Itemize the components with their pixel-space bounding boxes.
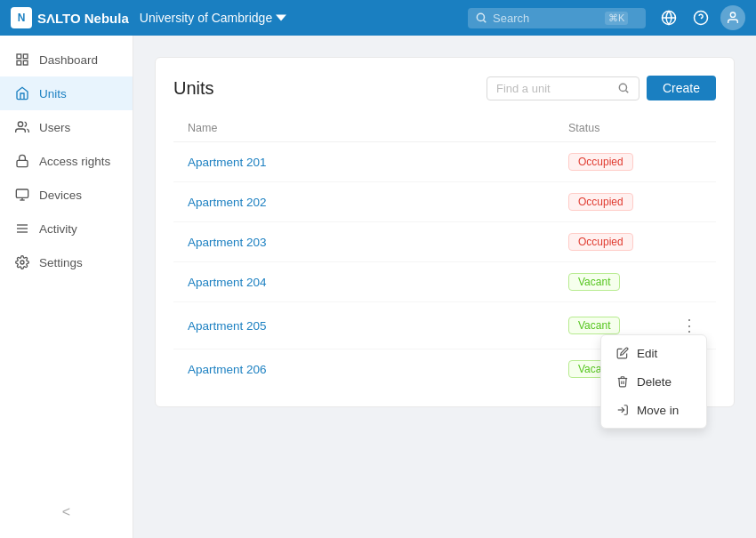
- sidebar-label-users: Users: [39, 121, 70, 134]
- unit-name-link[interactable]: Apartment 202: [188, 196, 568, 209]
- sidebar-label-activity: Activity: [39, 222, 77, 236]
- sidebar-label-dashboard: Dashboard: [39, 53, 98, 67]
- sidebar-collapse-button[interactable]: <: [62, 504, 70, 520]
- units-icon: [14, 85, 30, 101]
- page-title: Units: [173, 78, 214, 99]
- unit-name-link[interactable]: Apartment 205: [188, 319, 568, 333]
- create-button[interactable]: Create: [647, 76, 716, 100]
- status-badge: Occupied: [568, 233, 633, 251]
- sidebar-label-settings: Settings: [39, 256, 83, 269]
- main-content: Units Create Name Status A: [133, 36, 756, 538]
- edit-label: Edit: [637, 347, 657, 360]
- move-in-label: Move in: [637, 404, 679, 417]
- find-unit-input[interactable]: [496, 82, 612, 95]
- svg-rect-13: [16, 189, 28, 197]
- col-status-label: Status: [568, 122, 675, 134]
- svg-rect-10: [23, 60, 28, 65]
- status-badge: Vacant: [568, 317, 620, 334]
- unit-name-link[interactable]: Apartment 201: [188, 156, 568, 169]
- context-menu-delete[interactable]: Delete: [601, 367, 706, 396]
- svg-point-11: [18, 122, 22, 126]
- access-rights-icon: [14, 153, 30, 169]
- chevron-down-icon: [276, 12, 286, 23]
- sidebar-item-access-rights[interactable]: Access rights: [0, 144, 133, 178]
- sidebar-item-dashboard[interactable]: Dashboard: [0, 43, 133, 76]
- delete-label: Delete: [637, 375, 672, 389]
- topnav-icons: [656, 5, 745, 30]
- svg-rect-7: [17, 54, 21, 59]
- table-row: Apartment 205 Vacant ⋮: [173, 302, 716, 349]
- units-card: Units Create Name Status A: [155, 57, 735, 407]
- sidebar-label-units: Units: [39, 87, 67, 100]
- org-selector[interactable]: University of Cambridge: [140, 11, 286, 25]
- svg-line-21: [626, 91, 629, 93]
- table-row: Apartment 202 Occupied: [173, 182, 716, 222]
- unit-name-link[interactable]: Apartment 203: [188, 236, 568, 249]
- card-actions: Create: [487, 76, 716, 100]
- sidebar-item-users[interactable]: Users: [0, 110, 133, 144]
- search-input[interactable]: [493, 12, 599, 25]
- table-row: Apartment 204 Vacant: [173, 262, 716, 302]
- page-layout: Dashboard Units Users: [0, 0, 756, 538]
- svg-line-1: [484, 20, 487, 23]
- card-header: Units Create: [173, 76, 716, 100]
- globe-icon[interactable]: [656, 5, 681, 30]
- context-menu: Edit Delete: [600, 334, 707, 429]
- svg-rect-8: [23, 54, 28, 59]
- app-logo: N SΛLTO Nebula: [11, 7, 129, 28]
- context-menu-move-in[interactable]: Move in: [601, 396, 706, 424]
- table-row: Apartment 201 Occupied: [173, 142, 716, 182]
- svg-point-0: [477, 13, 484, 20]
- col-name-label: Name: [188, 122, 568, 134]
- unit-name-link[interactable]: Apartment 206: [188, 363, 568, 376]
- org-name: University of Cambridge: [140, 11, 272, 25]
- settings-icon: [14, 254, 30, 270]
- table-header: Name Status: [173, 115, 716, 142]
- find-unit-search[interactable]: [487, 76, 639, 100]
- status-badge: Vacant: [568, 273, 620, 291]
- sidebar: Dashboard Units Users: [0, 36, 133, 538]
- move-in-icon: [615, 403, 630, 417]
- sidebar-collapse: <: [0, 504, 133, 520]
- sidebar-item-devices[interactable]: Devices: [0, 178, 133, 212]
- dashboard-icon: [14, 52, 30, 68]
- sidebar-label-access-rights: Access rights: [39, 155, 110, 168]
- context-menu-edit[interactable]: Edit: [601, 339, 706, 367]
- sidebar-item-activity[interactable]: Activity: [0, 212, 133, 245]
- devices-icon: [14, 187, 30, 203]
- table-row: Apartment 203 Occupied: [173, 222, 716, 262]
- svg-rect-12: [17, 160, 28, 166]
- top-navigation: N SΛLTO Nebula University of Cambridge ⌘…: [0, 0, 756, 36]
- svg-point-6: [730, 12, 735, 17]
- search-shortcut: ⌘K: [605, 12, 628, 25]
- users-icon: [14, 119, 30, 135]
- activity-icon: [14, 221, 30, 237]
- user-avatar[interactable]: [720, 5, 745, 30]
- sidebar-item-settings[interactable]: Settings: [0, 245, 133, 279]
- search-icon: [475, 12, 487, 24]
- edit-icon: [615, 346, 630, 360]
- unit-name-link[interactable]: Apartment 204: [188, 276, 568, 289]
- status-badge: Occupied: [568, 193, 633, 211]
- status-badge: Occupied: [568, 153, 633, 171]
- help-icon[interactable]: [688, 5, 713, 30]
- search-bar[interactable]: ⌘K: [468, 8, 646, 28]
- app-name: SΛLTO Nebula: [37, 11, 129, 26]
- find-unit-search-icon: [617, 82, 630, 94]
- sidebar-item-units[interactable]: Units: [0, 76, 133, 110]
- logo-icon: N: [11, 7, 32, 28]
- svg-point-19: [20, 261, 24, 264]
- sidebar-label-devices: Devices: [39, 189, 82, 202]
- svg-point-20: [619, 84, 626, 91]
- delete-icon: [615, 374, 630, 389]
- svg-rect-9: [17, 60, 21, 65]
